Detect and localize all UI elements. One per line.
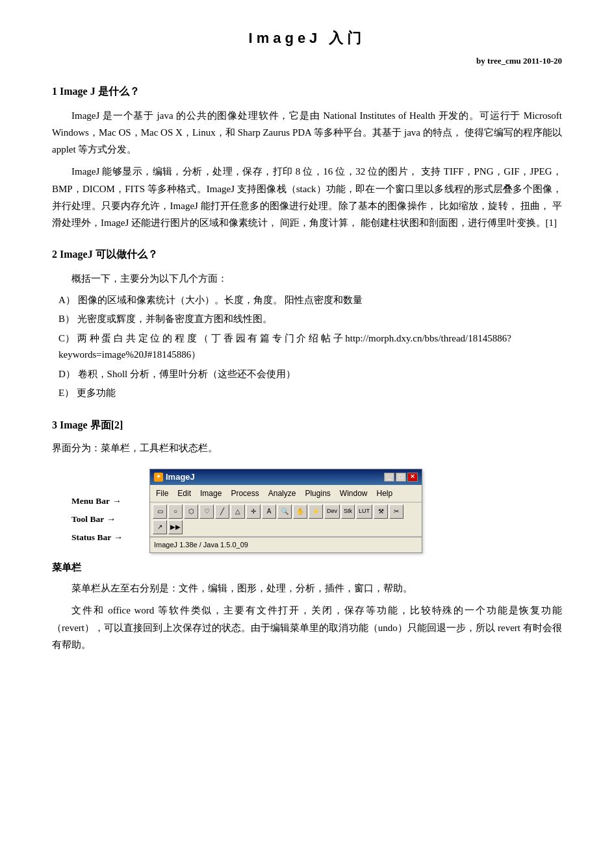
minimize-button[interactable]: _: [384, 473, 394, 482]
tool-arrow[interactable]: ↗: [153, 520, 167, 534]
section-1-heading: 1 Image J 是什么？: [52, 82, 562, 100]
tool-bar-label: Tool Bar: [71, 510, 104, 528]
list-label-b: B）: [58, 314, 75, 324]
tool-hand[interactable]: ✋: [293, 504, 307, 519]
list-text-e: 更多功能: [77, 388, 116, 398]
interface-intro-text: 界面分为：菜单栏，工具栏和状态栏。: [52, 440, 562, 457]
menu-process[interactable]: Process: [229, 486, 261, 501]
menu-section: 菜单栏 菜单栏从左至右分别是：文件，编辑，图形，处理，分析，插件，窗口，帮助。 …: [52, 560, 562, 654]
imagej-container: Menu Bar → Tool Bar → Status Bar → ✦ Ima…: [71, 469, 562, 553]
menu-section-para-1: 菜单栏从左至右分别是：文件，编辑，图形，处理，分析，插件，窗口，帮助。: [52, 580, 562, 597]
tool-point[interactable]: ✛: [246, 504, 261, 519]
tool-lut[interactable]: LUT: [356, 504, 372, 519]
menu-bar-label-row: Menu Bar →: [71, 492, 143, 510]
tool-line[interactable]: ╱: [215, 504, 229, 519]
section-2-intro: 概括一下，主要分为以下几个方面：: [52, 270, 562, 287]
imagej-menubar: File Edit Image Process Analyze Plugins …: [150, 485, 422, 502]
close-button[interactable]: ✕: [407, 473, 418, 482]
tool-stk[interactable]: Stk: [341, 504, 355, 519]
menu-window[interactable]: Window: [338, 486, 370, 501]
section-1: 1 Image J 是什么？ ImageJ 是一个基于 java 的公共的图像处…: [52, 82, 562, 231]
section-2: 2 ImageJ 可以做什么？ 概括一下，主要分为以下几个方面： A） 图像的区…: [52, 245, 562, 401]
imagej-title-text: ImageJ: [166, 470, 195, 484]
imagej-titlebar-text: ✦ ImageJ: [154, 470, 195, 484]
list-text-a: 图像的区域和像素统计（大小）。长度，角度。 阳性点密度和数量: [78, 295, 363, 305]
imagej-toolbar[interactable]: ▭ ○ ⬡ ♡ ╱ △ ✛ A 🔍 ✋ ⚡ Dev Stk LUT ⚒ ✂ ↗ …: [150, 502, 422, 537]
tool-bar-label-row: Tool Bar →: [71, 510, 143, 528]
menu-section-para-2: 文件和 office word 等软件类似，主要有文件打开，关闭，保存等功能，比…: [52, 602, 562, 653]
maximize-button[interactable]: □: [396, 473, 406, 482]
tool-text[interactable]: A: [262, 504, 276, 519]
tool-more[interactable]: ▶▶: [168, 520, 183, 534]
menu-analyze[interactable]: Analyze: [266, 486, 298, 501]
imagej-statusbar: ImageJ 1.38e / Java 1.5.0_09: [150, 537, 422, 552]
menu-plugins[interactable]: Plugins: [303, 486, 332, 501]
titlebar-buttons: _ □ ✕: [384, 473, 418, 482]
tool-freehand[interactable]: ♡: [199, 504, 214, 519]
imagej-titlebar: ✦ ImageJ _ □ ✕: [150, 469, 422, 485]
menu-file[interactable]: File: [154, 486, 170, 501]
list-label-c: C）: [58, 333, 75, 343]
imagej-labels: Menu Bar → Tool Bar → Status Bar →: [71, 469, 143, 547]
tool-dev[interactable]: Dev: [324, 504, 340, 519]
list-item: E） 更多功能: [52, 385, 562, 402]
section-3: 3 Image 界面[2] 界面分为：菜单栏，工具栏和状态栏。 Menu Bar…: [52, 416, 562, 553]
tool-color1[interactable]: ⚒: [374, 504, 388, 519]
author-line: by tree_cmu 2011-10-20: [52, 54, 562, 68]
tool-zoom[interactable]: 🔍: [277, 504, 292, 519]
tool-wand[interactable]: ⚡: [309, 504, 323, 519]
section-1-para-2: ImageJ 能够显示，编辑，分析，处理，保存，打印 8 位，16 位，32 位…: [52, 163, 562, 231]
list-text-b: 光密度或辉度，并制备密度直方图和线性图。: [77, 314, 272, 324]
list-text-c: 两 种 蛋 白 共 定 位 的 程 度 （ 丁 香 园 有 篇 专 门 介 绍 …: [58, 333, 511, 360]
list-label-d: D）: [58, 369, 75, 379]
section-2-list: A） 图像的区域和像素统计（大小）。长度，角度。 阳性点密度和数量 B） 光密度…: [52, 292, 562, 402]
tool-polygon[interactable]: ⬡: [184, 504, 198, 519]
menu-image[interactable]: Image: [198, 486, 224, 501]
menu-bar-label: Menu Bar: [71, 492, 110, 510]
section-3-heading: 3 Image 界面[2]: [52, 416, 562, 434]
list-item: B） 光密度或辉度，并制备密度直方图和线性图。: [52, 311, 562, 328]
menu-edit[interactable]: Edit: [175, 486, 193, 501]
list-label-a: A）: [58, 295, 75, 305]
page-title: ImageJ 入门: [52, 26, 562, 50]
section-1-para-1: ImageJ 是一个基于 java 的公共的图像处理软件，它是由 Nationa…: [52, 107, 562, 158]
tool-angle[interactable]: △: [231, 504, 245, 519]
list-label-e: E）: [58, 388, 74, 398]
menu-bar-arrow: →: [112, 492, 122, 510]
imagej-title-icon: ✦: [154, 473, 163, 482]
tool-color2[interactable]: ✂: [389, 504, 403, 519]
list-item: D） 卷积，Sholl 分析，傅里叶分析（这些还不会使用）: [52, 366, 562, 383]
imagej-window: ✦ ImageJ _ □ ✕ File Edit Image Process A…: [149, 469, 422, 553]
menu-section-heading: 菜单栏: [52, 560, 562, 577]
tool-rect[interactable]: ▭: [153, 504, 167, 519]
section-2-heading: 2 ImageJ 可以做什么？: [52, 245, 562, 263]
tool-bar-arrow: →: [107, 510, 116, 528]
list-item: C） 两 种 蛋 白 共 定 位 的 程 度 （ 丁 香 园 有 篇 专 门 介…: [52, 330, 562, 364]
status-bar-label: Status Bar: [71, 528, 111, 547]
tool-oval[interactable]: ○: [168, 504, 183, 519]
list-item: A） 图像的区域和像素统计（大小）。长度，角度。 阳性点密度和数量: [52, 292, 562, 309]
status-bar-label-row: Status Bar →: [71, 528, 143, 547]
menu-help[interactable]: Help: [375, 486, 395, 501]
list-text-d: 卷积，Sholl 分析，傅里叶分析（这些还不会使用）: [78, 369, 296, 379]
status-bar-arrow: →: [114, 528, 123, 547]
